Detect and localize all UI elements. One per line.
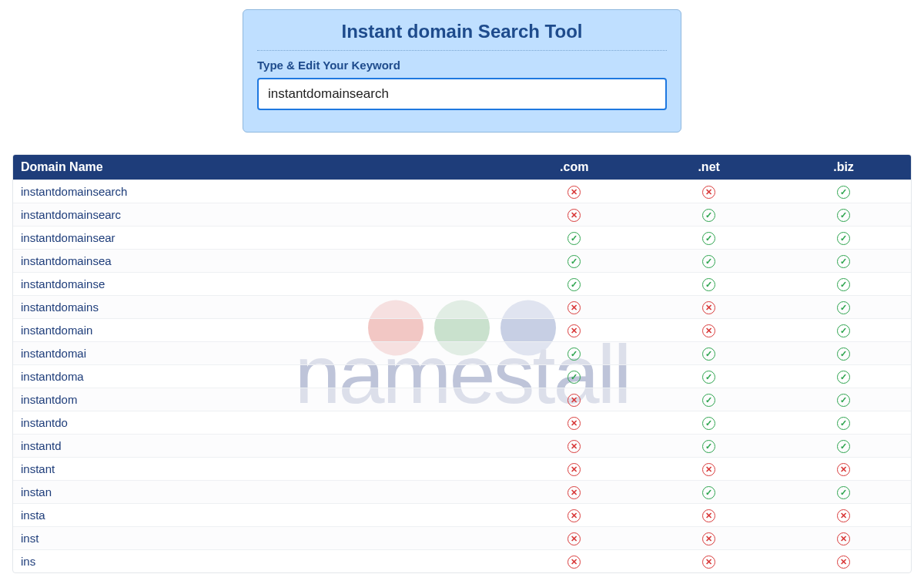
availability-cell-net[interactable] (641, 296, 776, 319)
table-row: instantdomain (13, 319, 911, 342)
available-icon (702, 440, 715, 453)
keyword-input[interactable] (257, 78, 667, 110)
unavailable-icon (702, 556, 715, 569)
availability-cell-biz[interactable] (776, 180, 911, 203)
domain-name-cell: instantdomain (13, 319, 507, 342)
available-icon (837, 278, 850, 291)
availability-cell-com[interactable] (507, 227, 641, 250)
table-row: instantdomainsearc (13, 203, 911, 227)
available-icon (702, 394, 715, 407)
availability-cell-com[interactable] (507, 481, 641, 504)
availability-cell-net[interactable] (641, 458, 776, 481)
domain-name-cell: instantdomainsearc (13, 203, 507, 227)
domain-name-cell: instan (13, 481, 507, 504)
unavailable-icon (702, 463, 715, 476)
availability-cell-com[interactable] (507, 180, 641, 203)
available-icon (837, 417, 850, 430)
col-com: .com (507, 155, 641, 180)
availability-cell-net[interactable] (641, 435, 776, 458)
availability-cell-net[interactable] (641, 527, 776, 550)
availability-cell-com[interactable] (507, 435, 641, 458)
availability-cell-com[interactable] (507, 250, 641, 273)
search-panel: Instant domain Search Tool Type & Edit Y… (243, 9, 681, 133)
availability-cell-biz[interactable] (776, 550, 911, 573)
domain-name-cell: instantd (13, 435, 507, 458)
availability-cell-biz[interactable] (776, 504, 911, 527)
availability-cell-net[interactable] (641, 227, 776, 250)
results-table-wrap: namestall Domain Name .com .net .biz ins… (12, 154, 912, 573)
available-icon (702, 371, 715, 384)
availability-cell-biz[interactable] (776, 273, 911, 296)
table-header-row: Domain Name .com .net .biz (13, 155, 911, 180)
availability-cell-net[interactable] (641, 550, 776, 573)
availability-cell-com[interactable] (507, 458, 641, 481)
availability-cell-net[interactable] (641, 319, 776, 342)
available-icon (837, 440, 850, 453)
unavailable-icon (567, 301, 581, 314)
availability-cell-com[interactable] (507, 365, 641, 388)
table-row: inst (13, 527, 911, 550)
availability-cell-biz[interactable] (776, 342, 911, 365)
table-row: instantdomainse (13, 273, 911, 296)
availability-cell-biz[interactable] (776, 527, 911, 550)
unavailable-icon (567, 324, 581, 337)
unavailable-icon (567, 394, 581, 407)
table-row: instantdom (13, 388, 911, 411)
availability-cell-net[interactable] (641, 481, 776, 504)
availability-cell-com[interactable] (507, 411, 641, 435)
availability-cell-com[interactable] (507, 319, 641, 342)
availability-cell-biz[interactable] (776, 250, 911, 273)
availability-cell-net[interactable] (641, 342, 776, 365)
availability-cell-com[interactable] (507, 342, 641, 365)
availability-cell-net[interactable] (641, 504, 776, 527)
available-icon (702, 486, 715, 499)
table-row: instantd (13, 435, 911, 458)
col-net: .net (641, 155, 776, 180)
availability-cell-net[interactable] (641, 273, 776, 296)
availability-cell-com[interactable] (507, 203, 641, 227)
available-icon (837, 486, 850, 499)
available-icon (567, 371, 581, 384)
available-icon (837, 186, 850, 199)
table-row: instantdomainsear (13, 227, 911, 250)
unavailable-icon (567, 463, 581, 476)
availability-cell-com[interactable] (507, 550, 641, 573)
availability-cell-biz[interactable] (776, 227, 911, 250)
col-domain-name: Domain Name (13, 155, 507, 180)
available-icon (702, 278, 715, 291)
available-icon (837, 232, 850, 245)
table-row: instantdoma (13, 365, 911, 388)
available-icon (837, 371, 850, 384)
availability-cell-net[interactable] (641, 203, 776, 227)
table-row: insta (13, 504, 911, 527)
availability-cell-biz[interactable] (776, 296, 911, 319)
availability-cell-com[interactable] (507, 296, 641, 319)
availability-cell-biz[interactable] (776, 203, 911, 227)
availability-cell-net[interactable] (641, 250, 776, 273)
availability-cell-net[interactable] (641, 365, 776, 388)
availability-cell-biz[interactable] (776, 458, 911, 481)
unavailable-icon (837, 509, 850, 522)
availability-cell-net[interactable] (641, 411, 776, 435)
available-icon (702, 347, 715, 361)
availability-cell-com[interactable] (507, 388, 641, 411)
availability-cell-biz[interactable] (776, 319, 911, 342)
availability-cell-biz[interactable] (776, 365, 911, 388)
availability-cell-biz[interactable] (776, 435, 911, 458)
unavailable-icon (837, 463, 850, 476)
col-biz: .biz (776, 155, 911, 180)
availability-cell-biz[interactable] (776, 411, 911, 435)
available-icon (702, 255, 715, 268)
available-icon (837, 347, 850, 361)
availability-cell-net[interactable] (641, 180, 776, 203)
availability-cell-com[interactable] (507, 273, 641, 296)
table-row: instantdomainsea (13, 250, 911, 273)
unavailable-icon (702, 324, 715, 337)
availability-cell-com[interactable] (507, 527, 641, 550)
availability-cell-biz[interactable] (776, 481, 911, 504)
unavailable-icon (837, 556, 850, 569)
table-row: instan (13, 481, 911, 504)
availability-cell-com[interactable] (507, 504, 641, 527)
availability-cell-net[interactable] (641, 388, 776, 411)
availability-cell-biz[interactable] (776, 388, 911, 411)
